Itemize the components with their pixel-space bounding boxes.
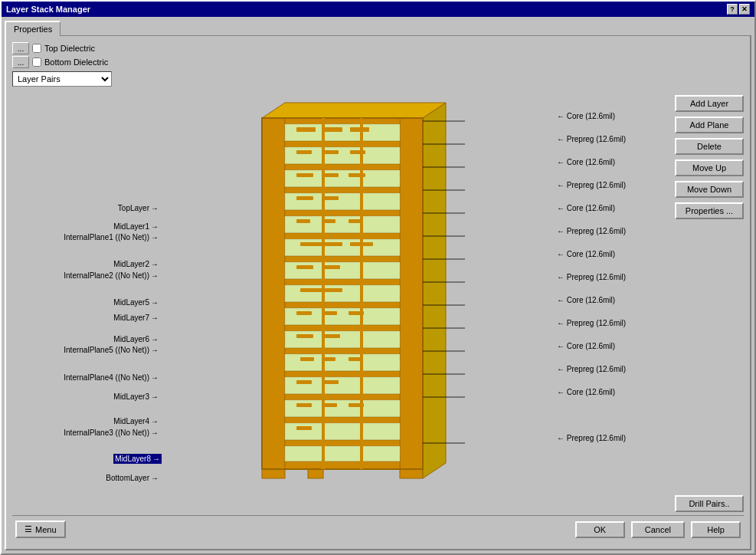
layer-midlayer1[interactable]: MidLayer1 → bbox=[113, 222, 162, 231]
svg-rect-27 bbox=[296, 219, 310, 223]
window-title: Layer Stack Manager bbox=[6, 5, 90, 14]
right-label-prepreg3: ← Prepreg (12.6mil) bbox=[557, 227, 626, 235]
title-bar-buttons: ? ✕ bbox=[727, 4, 750, 15]
drill-pairs-button[interactable]: Drill Pairs.. bbox=[675, 495, 744, 512]
svg-rect-3 bbox=[400, 118, 423, 478]
tab-properties[interactable]: Properties bbox=[5, 21, 61, 36]
svg-rect-11 bbox=[285, 141, 400, 147]
top-dielectric-btn[interactable]: ... bbox=[12, 42, 29, 54]
move-down-button[interactable]: Move Down bbox=[675, 181, 744, 198]
svg-rect-12 bbox=[285, 147, 400, 164]
svg-rect-58 bbox=[323, 380, 339, 384]
svg-rect-26 bbox=[285, 216, 400, 233]
right-label-prepreg6: ← Prepreg (12.6mil) bbox=[557, 365, 626, 373]
svg-rect-64 bbox=[285, 417, 400, 423]
help-title-button[interactable]: ? bbox=[727, 4, 738, 15]
layer-bottomlayer[interactable]: BottomLayer → bbox=[106, 474, 162, 482]
bottom-dielectric-label: Bottom Dielectric bbox=[44, 57, 108, 67]
delete-button[interactable]: Delete bbox=[675, 138, 744, 155]
layer-midlayer2[interactable]: MidLayer2 → bbox=[113, 260, 162, 268]
menu-icon: ☰ bbox=[25, 524, 32, 534]
svg-rect-9 bbox=[323, 127, 342, 132]
bottom-dielectric-btn[interactable]: ... bbox=[12, 56, 29, 68]
svg-rect-21 bbox=[285, 187, 400, 193]
layer-midlayer5[interactable]: MidLayer5 → bbox=[113, 298, 162, 307]
svg-rect-7 bbox=[285, 124, 400, 141]
svg-rect-43 bbox=[296, 311, 312, 315]
bottom-dielectric-row: ... Bottom Dielectric bbox=[12, 56, 744, 68]
svg-rect-69 bbox=[285, 461, 400, 469]
top-dielectric-checkbox[interactable] bbox=[32, 44, 41, 53]
svg-rect-8 bbox=[296, 127, 316, 132]
title-bar: Layer Stack Manager ? ✕ bbox=[2, 2, 754, 17]
add-plane-button[interactable]: Add Plane bbox=[675, 117, 744, 133]
svg-rect-59 bbox=[285, 394, 400, 400]
svg-rect-22 bbox=[285, 193, 400, 210]
svg-rect-66 bbox=[296, 426, 312, 430]
add-layer-button[interactable]: Add Layer bbox=[675, 95, 744, 112]
layer-midlayer6[interactable]: MidLayer6 → bbox=[113, 335, 162, 343]
cancel-button[interactable]: Cancel bbox=[631, 521, 685, 538]
top-dielectric-row: ... Top Dielectric bbox=[12, 42, 744, 54]
svg-rect-10 bbox=[350, 127, 369, 132]
footer-right: OK Cancel Help bbox=[575, 521, 741, 538]
top-dielectric-label: Top Dielectric bbox=[44, 44, 95, 53]
right-label-prepreg7: ← Prepreg (12.6mil) bbox=[557, 434, 626, 442]
layer-midlayer4[interactable]: MidLayer4 → bbox=[113, 417, 162, 425]
right-buttons: Add Layer Add Plane Delete Move Up Move … bbox=[675, 91, 744, 512]
svg-rect-60 bbox=[285, 400, 400, 417]
svg-rect-17 bbox=[285, 170, 400, 187]
svg-rect-31 bbox=[285, 239, 400, 256]
svg-rect-18 bbox=[296, 173, 313, 177]
svg-rect-61 bbox=[296, 403, 312, 407]
svg-rect-23 bbox=[296, 196, 313, 200]
svg-rect-37 bbox=[323, 265, 340, 269]
left-labels: TopLayer → MidLayer1 → InternalPlane1 ((… bbox=[12, 91, 162, 482]
svg-rect-30 bbox=[285, 233, 400, 239]
right-label-core2: ← Core (12.6mil) bbox=[557, 158, 615, 166]
move-up-button[interactable]: Move Up bbox=[675, 159, 744, 176]
menu-button[interactable]: ☰ Menu bbox=[15, 521, 66, 538]
svg-rect-13 bbox=[296, 150, 312, 154]
layer-internalplane3[interactable]: InternalPlane3 ((No Net)) → bbox=[64, 429, 162, 437]
svg-rect-48 bbox=[296, 334, 313, 338]
layer-internalplane2[interactable]: InternalPlane2 ((No Net)) → bbox=[64, 271, 162, 280]
svg-rect-32 bbox=[300, 242, 342, 246]
right-label-prepreg2: ← Prepreg (12.6mil) bbox=[557, 181, 626, 189]
svg-rect-39 bbox=[285, 285, 400, 302]
layer-midlayer7[interactable]: MidLayer7 → bbox=[113, 314, 162, 322]
layer-toplayer[interactable]: TopLayer → bbox=[118, 204, 162, 212]
main-panel: ... Top Dielectric ... Bottom Dielectric… bbox=[5, 35, 751, 550]
svg-rect-42 bbox=[285, 308, 400, 325]
tab-bar: Properties bbox=[5, 20, 751, 35]
right-label-prepreg5: ← Prepreg (12.6mil) bbox=[557, 319, 626, 327]
top-controls: ... Top Dielectric ... Bottom Dielectric… bbox=[12, 42, 744, 87]
svg-rect-40 bbox=[300, 288, 342, 292]
layer-internalplane1[interactable]: InternalPlane1 ((No Net)) → bbox=[64, 233, 162, 241]
right-label-prepreg1: ← Prepreg (12.6mil) bbox=[557, 135, 626, 143]
svg-rect-56 bbox=[285, 377, 400, 394]
layer-midlayer8[interactable]: MidLayer8 → bbox=[113, 454, 162, 464]
bottom-dielectric-checkbox[interactable] bbox=[32, 57, 41, 67]
right-label-core5: ← Core (12.6mil) bbox=[557, 296, 615, 304]
close-title-button[interactable]: ✕ bbox=[739, 4, 750, 15]
svg-rect-49 bbox=[323, 334, 340, 338]
svg-rect-35 bbox=[285, 262, 400, 279]
pcb-stack-svg bbox=[239, 95, 476, 486]
svg-marker-5 bbox=[423, 103, 446, 478]
svg-rect-50 bbox=[285, 348, 400, 354]
svg-rect-65 bbox=[285, 423, 400, 440]
properties-button[interactable]: Properties ... bbox=[675, 202, 744, 219]
svg-rect-67 bbox=[285, 440, 400, 446]
content-area: Properties ... Top Dielectric ... Bottom… bbox=[2, 17, 754, 553]
pcb-visual bbox=[168, 91, 548, 512]
help-button[interactable]: Help bbox=[691, 521, 741, 538]
ok-button[interactable]: OK bbox=[575, 521, 625, 538]
layer-internalplane4[interactable]: InternalPlane4 ((No Net)) → bbox=[64, 373, 162, 382]
dropdown-row: Layer Pairs bbox=[12, 71, 744, 87]
svg-rect-25 bbox=[285, 210, 400, 216]
footer: ☰ Menu OK Cancel Help bbox=[12, 515, 744, 543]
layer-internalplane5[interactable]: InternalPlane5 ((No Net)) → bbox=[64, 346, 162, 354]
layer-pairs-dropdown[interactable]: Layer Pairs bbox=[12, 71, 112, 87]
layer-midlayer3[interactable]: MidLayer3 → bbox=[113, 392, 162, 401]
